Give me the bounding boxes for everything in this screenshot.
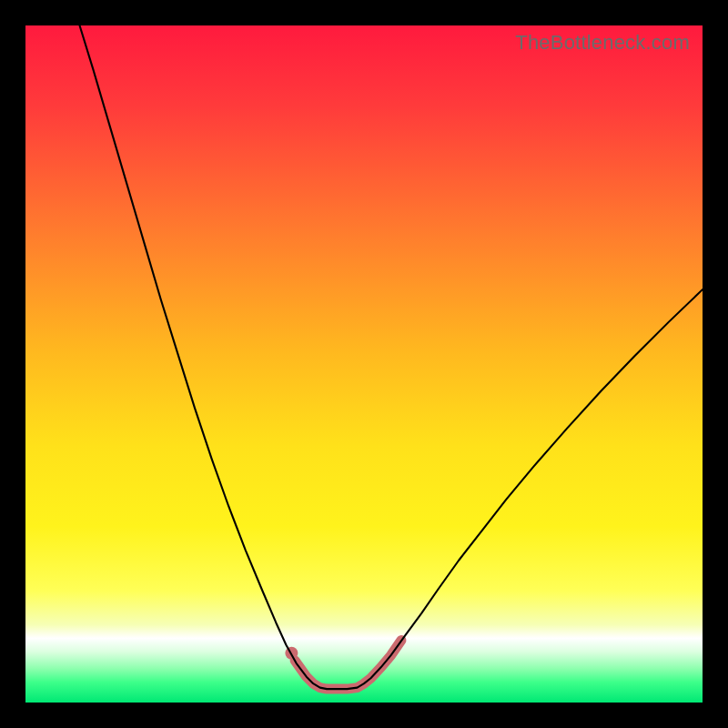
plot-area: TheBottleneck.com — [25, 25, 703, 703]
bottleneck-curve — [80, 25, 703, 689]
curve-layer — [25, 25, 703, 703]
watermark-label: TheBottleneck.com — [515, 31, 690, 55]
chart-stage: TheBottleneck.com — [0, 0, 728, 728]
